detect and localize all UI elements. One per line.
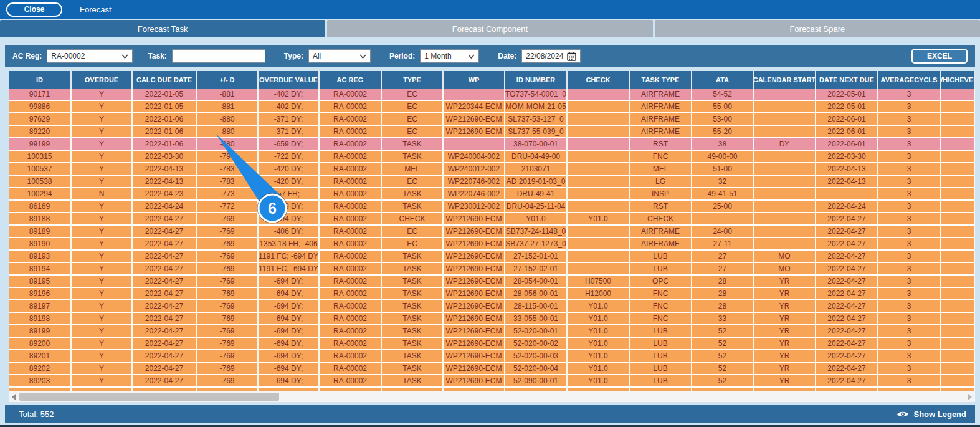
- column-header-overdue-value[interactable]: OVERDUE VALUE: [259, 71, 320, 89]
- tab-forecast-spare[interactable]: Forecast Spare: [655, 20, 980, 37]
- column-header-type[interactable]: TYPE: [382, 71, 444, 89]
- table-cell: 2022-04-27: [133, 238, 197, 249]
- ac-reg-select[interactable]: RA-00002: [47, 49, 133, 63]
- page-title: Forecast: [80, 5, 112, 14]
- table-cell: LUB: [630, 338, 692, 349]
- table-cell: Y: [72, 213, 133, 224]
- table-cell: 99886: [9, 101, 72, 112]
- column-header--d[interactable]: +/- D: [197, 71, 259, 89]
- ac-reg-label: AC Reg:: [12, 52, 42, 60]
- column-header-calc-due-date[interactable]: CALC DUE DATE: [133, 71, 197, 89]
- column-header-task-type[interactable]: TASK TYPE: [630, 71, 692, 89]
- table-cell: [941, 251, 975, 262]
- table-row[interactable]: 100315Y2022-03-30-797-722 DY;RA-00002TAS…: [9, 151, 975, 163]
- table-cell: 33: [692, 313, 754, 324]
- table-row[interactable]: 89196Y2022-04-27-769-694 DY;RA-00002TASK…: [9, 288, 975, 300]
- table-row[interactable]: 86169Y2022-04-24-772-659 DY;RA-00002TASK…: [9, 201, 975, 213]
- table-cell: WP212690-ECM: [444, 288, 505, 299]
- table-row[interactable]: 100537Y2022-04-13-783-420 DY;RA-00002MEL…: [9, 163, 975, 176]
- table-row[interactable]: 89195Y2022-04-27-769-694 DY;RA-00002TASK…: [9, 276, 975, 288]
- table-cell: RA-00002: [320, 338, 382, 349]
- task-input[interactable]: [172, 49, 265, 63]
- column-header-id[interactable]: ID: [9, 71, 72, 89]
- table-cell: 89201: [9, 350, 72, 362]
- table-cell: 2022-04-24: [133, 201, 197, 212]
- period-select[interactable]: 1 Month: [420, 49, 479, 63]
- table-row[interactable]: 89193Y2022-04-27-7691191 FC; -694 DYRA-0…: [9, 251, 975, 263]
- table-row[interactable]: 89198Y2022-04-27-769-694 DY;RA-00002TASK…: [9, 313, 975, 325]
- table-cell: 52: [692, 363, 754, 374]
- table-cell: WP212690-ECM: [444, 300, 505, 312]
- table-cell: [941, 126, 975, 137]
- excel-export-button[interactable]: EXCEL: [911, 49, 968, 64]
- table-cell: [941, 188, 975, 199]
- table-row[interactable]: 89201Y2022-04-27-769-694 DY;RA-00002TASK…: [9, 350, 975, 363]
- date-field[interactable]: 22/08/2024: [521, 49, 581, 63]
- table-row[interactable]: 100538Y2022-04-13-783-420 DY;RA-00002ECW…: [9, 176, 975, 188]
- table-cell: [754, 188, 816, 199]
- column-header-date-next-due[interactable]: DATE NEXT DUE: [816, 71, 878, 89]
- table-cell: RA-00002: [320, 151, 382, 162]
- column-header-calendar-start[interactable]: CALENDAR START: [754, 71, 816, 89]
- scroll-right-arrow[interactable]: [965, 391, 975, 402]
- close-button[interactable]: Close: [6, 2, 62, 17]
- table-row[interactable]: 89199Y2022-04-27-769-694 DY;RA-00002TASK…: [9, 325, 975, 338]
- tab-forecast-task[interactable]: Forecast Task: [0, 20, 325, 37]
- type-select[interactable]: All: [308, 49, 371, 63]
- table-cell: EC: [382, 238, 444, 249]
- table-cell: [941, 226, 975, 237]
- column-header-id-number[interactable]: ID NUMBER: [505, 71, 568, 89]
- horizontal-scrollbar[interactable]: [9, 391, 975, 402]
- table-row[interactable]: 97629Y2022-01-06-880-371 DY;RA-00002ECWP…: [9, 113, 975, 126]
- scrollbar-thumb[interactable]: [19, 393, 279, 401]
- table-row[interactable]: 89197Y2022-04-27-769-694 DY;RA-00002TASK…: [9, 300, 975, 313]
- table-cell: 3: [878, 126, 941, 137]
- column-header-overdue[interactable]: OVERDUE: [72, 71, 133, 89]
- calendar-icon[interactable]: [567, 52, 576, 61]
- table-cell: LUB: [630, 350, 692, 362]
- table-cell: 27-152-02-01: [505, 263, 568, 274]
- table-cell: LUB: [630, 363, 692, 374]
- column-header-check[interactable]: CHECK: [568, 71, 630, 89]
- table-row[interactable]: 89189Y2022-04-27-769-406 DY;RA-00002ECWP…: [9, 226, 975, 238]
- column-header-ata[interactable]: ATA: [692, 71, 754, 89]
- table-cell: -694 DY;: [259, 375, 320, 386]
- scroll-left-arrow[interactable]: [9, 391, 19, 402]
- table-cell: TASK: [382, 363, 444, 374]
- table-row[interactable]: 89188Y2022-04-27-769-694 DY;RA-00002CHEC…: [9, 213, 975, 226]
- table-cell: 51-00: [692, 163, 754, 175]
- table-cell: 2022-03-30: [133, 151, 197, 162]
- column-header-ac-reg[interactable]: AC REG: [320, 71, 382, 89]
- table-cell: 3: [878, 101, 941, 112]
- table-cell: 3: [878, 201, 941, 212]
- table-row[interactable]: 89202Y2022-04-27-769-694 DY;RA-00002TASK…: [9, 363, 975, 375]
- tab-forecast-component[interactable]: Forecast Component: [327, 20, 652, 37]
- table-cell: 52: [692, 325, 754, 337]
- table-cell: Y: [72, 201, 133, 212]
- table-cell: RA-00002: [320, 276, 382, 287]
- table-cell: WP220746-002: [444, 176, 505, 187]
- table-cell: WP212690-ECM: [444, 113, 505, 125]
- total-count: Total: 552: [19, 410, 54, 419]
- table-row[interactable]: 89190Y2022-04-27-7691353.18 FH; -406RA-0…: [9, 238, 975, 251]
- table-row[interactable]: 99199Y2022-01-06-880-659 DY;RA-00002TASK…: [9, 138, 975, 151]
- table-cell: [444, 89, 505, 100]
- column-header-averagecycls[interactable]: AVERAGECYCLS: [878, 71, 941, 89]
- table-row[interactable]: 89200Y2022-04-27-769-694 DY;RA-00002TASK…: [9, 338, 975, 350]
- table-row[interactable]: 89203Y2022-04-27-769-694 DY;RA-00002TASK…: [9, 375, 975, 388]
- column-header-wp[interactable]: WP: [444, 71, 505, 89]
- table-row[interactable]: 100294N2022-04-23-77357 FH;RA-00002TASKW…: [9, 188, 975, 201]
- table-row[interactable]: 89194Y2022-04-27-7691191 FC; -694 DYRA-0…: [9, 263, 975, 276]
- table-cell: 25-00: [692, 201, 754, 212]
- table-cell: WP212690-ECM: [444, 213, 505, 224]
- table-row[interactable]: 89220Y2022-01-06-880-371 DY;RA-00002ECWP…: [9, 126, 975, 138]
- table-row[interactable]: 99886Y2022-01-05-881-402 DY;RA-00002ECWP…: [9, 101, 975, 113]
- table-cell: 89189: [9, 226, 72, 237]
- show-legend-button[interactable]: Show Legend: [897, 410, 967, 419]
- table-row[interactable]: 90171Y2022-01-05-881-402 DY;RA-00002ECTO…: [9, 89, 975, 101]
- table-cell: -694 DY;: [259, 338, 320, 349]
- table-cell: YR: [754, 288, 816, 299]
- table-cell: EC: [382, 113, 444, 125]
- table-cell: 2103071: [505, 163, 568, 175]
- column-header-whichever[interactable]: WHICHEVER: [941, 71, 975, 89]
